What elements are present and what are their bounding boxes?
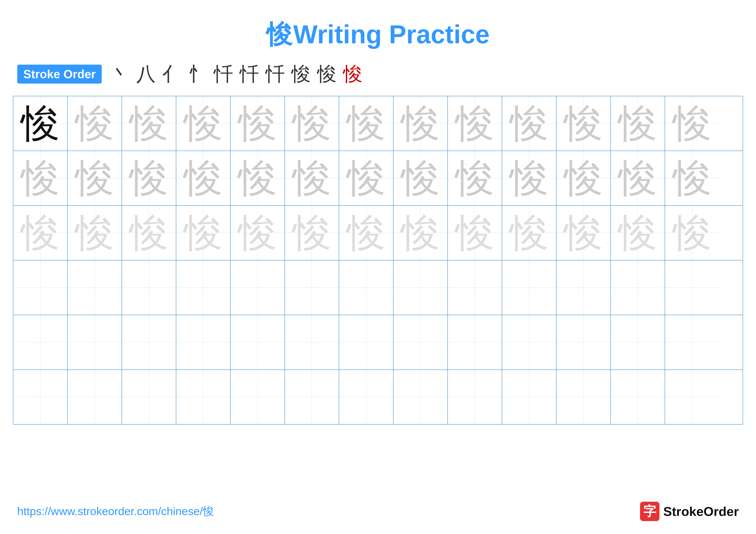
stroke-5: 忏 [214,61,233,87]
cell-2-13[interactable]: 悛 [665,151,719,205]
cell-3-13[interactable]: 悛 [665,206,719,260]
cell-6-3[interactable] [122,370,176,424]
cell-5-12[interactable] [611,315,665,369]
cell-3-2[interactable]: 悛 [68,206,122,260]
cell-6-8[interactable] [393,370,448,424]
cell-6-1[interactable] [14,370,68,424]
stroke-4: 忄 [188,61,207,87]
cell-6-6[interactable] [285,370,339,424]
cell-5-10[interactable] [502,315,556,369]
cell-4-9[interactable] [448,261,502,315]
cell-1-10[interactable]: 悛 [502,96,556,151]
cell-2-2[interactable]: 悛 [68,151,122,205]
cell-5-7[interactable] [339,315,393,369]
cell-4-4[interactable] [176,261,230,315]
cell-6-9[interactable] [448,370,502,424]
cell-5-5[interactable] [230,315,285,369]
cell-3-10[interactable]: 悛 [502,206,556,260]
cell-5-3[interactable] [122,315,176,369]
cell-6-11[interactable] [556,370,611,424]
title-text: Writing Practice [293,20,490,49]
cell-3-12[interactable]: 悛 [611,206,665,260]
cell-1-11[interactable]: 悛 [556,96,611,151]
footer-logo-text: StrokeOrder [663,504,739,519]
cell-4-10[interactable] [502,261,556,315]
stroke-8: 悛 [291,61,311,87]
cell-5-9[interactable] [448,315,502,369]
cell-4-5[interactable] [230,261,285,315]
cell-3-11[interactable]: 悛 [556,206,611,260]
cell-4-1[interactable] [14,261,68,315]
cell-1-7[interactable]: 悛 [339,96,393,151]
cell-4-8[interactable] [393,261,448,315]
cell-1-13[interactable]: 悛 [665,96,719,151]
stroke-order-badge: Stroke Order [17,64,102,84]
cell-2-1[interactable]: 悛 [14,151,68,205]
cell-5-4[interactable] [176,315,230,369]
cell-1-2[interactable]: 悛 [68,96,122,151]
practice-grid: 悛 悛 悛 悛 悛 悛 悛 悛 悛 悛 悛 悛 悛 悛 悛 悛 悛 悛 悛 悛 … [13,96,743,424]
cell-4-7[interactable] [339,261,393,315]
cell-4-3[interactable] [122,261,176,315]
cell-6-10[interactable] [502,370,556,424]
cell-5-11[interactable] [556,315,611,369]
cell-3-6[interactable]: 悛 [285,206,339,260]
grid-row-6 [14,370,742,424]
cell-2-7[interactable]: 悛 [339,151,393,205]
grid-row-3: 悛 悛 悛 悛 悛 悛 悛 悛 悛 悛 悛 悛 悛 [14,206,742,261]
strokeorder-logo-icon: 字 [640,502,660,521]
cell-6-4[interactable] [176,370,230,424]
grid-row-5 [14,315,742,370]
title-char: 悛 [266,20,292,49]
cell-5-8[interactable] [393,315,448,369]
cell-1-6[interactable]: 悛 [285,96,339,151]
page-title: 悛 Writing Practice [0,0,756,52]
stroke-order-chars: 丶 八 亻 忄 忏 忏 忏 悛 悛 悛 [110,61,363,87]
cell-5-2[interactable] [68,315,122,369]
stroke-1: 丶 [110,61,130,87]
cell-3-9[interactable]: 悛 [448,206,502,260]
cell-2-4[interactable]: 悛 [176,151,230,205]
stroke-2: 八 [136,61,156,87]
cell-4-2[interactable] [68,261,122,315]
cell-4-6[interactable] [285,261,339,315]
cell-1-3[interactable]: 悛 [122,96,176,151]
cell-5-13[interactable] [665,315,719,369]
stroke-order-row: Stroke Order 丶 八 亻 忄 忏 忏 忏 悛 悛 悛 [0,61,756,87]
footer: https://www.strokeorder.com/chinese/悛 字 … [0,502,756,521]
cell-2-9[interactable]: 悛 [448,151,502,205]
cell-4-12[interactable] [611,261,665,315]
grid-row-2: 悛 悛 悛 悛 悛 悛 悛 悛 悛 悛 悛 悛 悛 [14,151,742,206]
cell-1-12[interactable]: 悛 [611,96,665,151]
cell-6-13[interactable] [665,370,719,424]
cell-2-12[interactable]: 悛 [611,151,665,205]
cell-3-8[interactable]: 悛 [393,206,448,260]
cell-1-5[interactable]: 悛 [230,96,285,151]
footer-url: https://www.strokeorder.com/chinese/悛 [17,504,214,519]
cell-1-8[interactable]: 悛 [393,96,448,151]
cell-3-1[interactable]: 悛 [14,206,68,260]
cell-6-5[interactable] [230,370,285,424]
cell-2-3[interactable]: 悛 [122,151,176,205]
cell-3-5[interactable]: 悛 [230,206,285,260]
cell-3-3[interactable]: 悛 [122,206,176,260]
cell-3-4[interactable]: 悛 [176,206,230,260]
cell-1-1[interactable]: 悛 [14,96,68,151]
cell-4-11[interactable] [556,261,611,315]
cell-5-1[interactable] [14,315,68,369]
footer-logo: 字 StrokeOrder [640,502,739,521]
cell-2-6[interactable]: 悛 [285,151,339,205]
cell-6-12[interactable] [611,370,665,424]
cell-6-2[interactable] [68,370,122,424]
cell-4-13[interactable] [665,261,719,315]
cell-1-4[interactable]: 悛 [176,96,230,151]
stroke-3: 亻 [162,61,181,87]
cell-2-8[interactable]: 悛 [393,151,448,205]
cell-6-7[interactable] [339,370,393,424]
cell-1-9[interactable]: 悛 [448,96,502,151]
cell-5-6[interactable] [285,315,339,369]
cell-2-11[interactable]: 悛 [556,151,611,205]
cell-3-7[interactable]: 悛 [339,206,393,260]
cell-2-5[interactable]: 悛 [230,151,285,205]
cell-2-10[interactable]: 悛 [502,151,556,205]
